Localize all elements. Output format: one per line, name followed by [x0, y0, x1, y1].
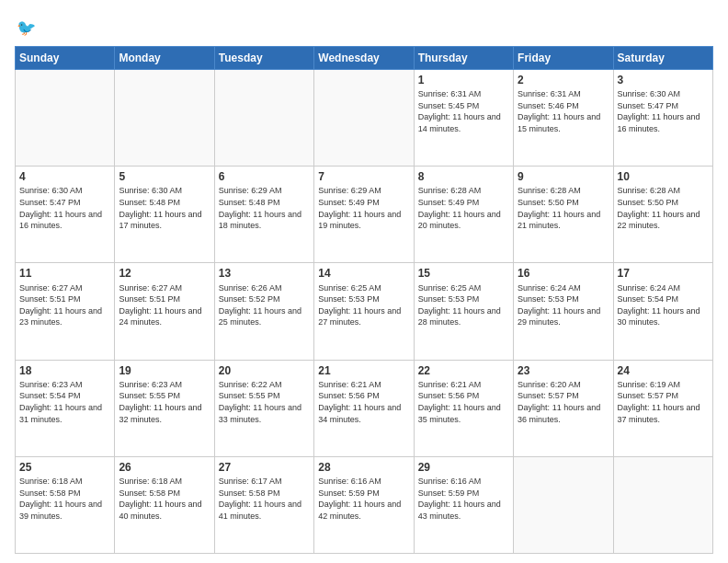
day-number: 20: [219, 363, 310, 378]
calendar-cell: 28Sunrise: 6:16 AM Sunset: 5:59 PM Dayli…: [314, 456, 414, 553]
day-number: 10: [618, 169, 709, 184]
day-info: Sunrise: 6:26 AM Sunset: 5:52 PM Dayligh…: [219, 282, 310, 328]
logo-icon: 🐦: [15, 15, 40, 40]
header-row: SundayMondayTuesdayWednesdayThursdayFrid…: [16, 47, 713, 70]
calendar-cell: 19Sunrise: 6:23 AM Sunset: 5:55 PM Dayli…: [115, 360, 214, 456]
calendar-cell: 16Sunrise: 6:24 AM Sunset: 5:53 PM Dayli…: [514, 263, 613, 360]
calendar-cell: 13Sunrise: 6:26 AM Sunset: 5:52 PM Dayli…: [214, 263, 313, 360]
day-number: 4: [19, 169, 110, 184]
day-number: 24: [618, 363, 709, 378]
day-number: 14: [318, 266, 409, 281]
day-number: 3: [618, 73, 709, 87]
calendar-cell: 1Sunrise: 6:31 AM Sunset: 5:45 PM Daylig…: [414, 70, 513, 167]
week-row-4: 25Sunrise: 6:18 AM Sunset: 5:58 PM Dayli…: [16, 456, 713, 553]
calendar-cell: 26Sunrise: 6:18 AM Sunset: 5:58 PM Dayli…: [115, 456, 214, 553]
day-number: 22: [418, 363, 509, 378]
calendar-cell: [613, 456, 712, 553]
calendar-cell: 23Sunrise: 6:20 AM Sunset: 5:57 PM Dayli…: [514, 360, 613, 456]
calendar-cell: 27Sunrise: 6:17 AM Sunset: 5:58 PM Dayli…: [214, 456, 313, 553]
page: 🐦 SundayMondayTuesdayWednesdayThursdayFr…: [0, 0, 728, 563]
logo: 🐦: [15, 15, 44, 40]
day-info: Sunrise: 6:27 AM Sunset: 5:51 PM Dayligh…: [119, 282, 210, 328]
day-number: 17: [618, 266, 709, 281]
day-info: Sunrise: 6:29 AM Sunset: 5:48 PM Dayligh…: [219, 185, 310, 231]
col-header-wednesday: Wednesday: [314, 47, 414, 70]
day-info: Sunrise: 6:28 AM Sunset: 5:49 PM Dayligh…: [418, 185, 509, 231]
calendar-cell: [314, 70, 414, 167]
calendar-cell: 12Sunrise: 6:27 AM Sunset: 5:51 PM Dayli…: [115, 263, 214, 360]
day-info: Sunrise: 6:30 AM Sunset: 5:47 PM Dayligh…: [618, 88, 709, 134]
calendar-cell: 14Sunrise: 6:25 AM Sunset: 5:53 PM Dayli…: [314, 263, 414, 360]
day-info: Sunrise: 6:29 AM Sunset: 5:49 PM Dayligh…: [318, 185, 409, 231]
day-info: Sunrise: 6:31 AM Sunset: 5:45 PM Dayligh…: [418, 88, 509, 134]
header: 🐦: [15, 15, 713, 40]
calendar-cell: 10Sunrise: 6:28 AM Sunset: 5:50 PM Dayli…: [613, 167, 712, 263]
day-number: 27: [219, 460, 310, 475]
calendar-cell: 17Sunrise: 6:24 AM Sunset: 5:54 PM Dayli…: [613, 263, 712, 360]
day-number: 9: [518, 169, 609, 184]
day-number: 18: [19, 363, 110, 378]
calendar-cell: [115, 70, 214, 167]
calendar-table: SundayMondayTuesdayWednesdayThursdayFrid…: [15, 46, 713, 554]
calendar-cell: [514, 456, 613, 553]
day-info: Sunrise: 6:25 AM Sunset: 5:53 PM Dayligh…: [418, 282, 509, 328]
calendar-cell: 11Sunrise: 6:27 AM Sunset: 5:51 PM Dayli…: [16, 263, 115, 360]
week-row-2: 11Sunrise: 6:27 AM Sunset: 5:51 PM Dayli…: [16, 263, 713, 360]
calendar-cell: [16, 70, 115, 167]
day-number: 16: [518, 266, 609, 281]
calendar-cell: 18Sunrise: 6:23 AM Sunset: 5:54 PM Dayli…: [16, 360, 115, 456]
day-info: Sunrise: 6:20 AM Sunset: 5:57 PM Dayligh…: [518, 379, 609, 425]
calendar-cell: [214, 70, 313, 167]
day-info: Sunrise: 6:18 AM Sunset: 5:58 PM Dayligh…: [19, 476, 110, 522]
day-number: 25: [19, 460, 110, 475]
calendar-cell: 3Sunrise: 6:30 AM Sunset: 5:47 PM Daylig…: [613, 70, 712, 167]
day-info: Sunrise: 6:21 AM Sunset: 5:56 PM Dayligh…: [318, 379, 409, 425]
col-header-thursday: Thursday: [414, 47, 513, 70]
col-header-monday: Monday: [115, 47, 214, 70]
calendar-cell: 5Sunrise: 6:30 AM Sunset: 5:48 PM Daylig…: [115, 167, 214, 263]
day-info: Sunrise: 6:22 AM Sunset: 5:55 PM Dayligh…: [219, 379, 310, 425]
day-info: Sunrise: 6:25 AM Sunset: 5:53 PM Dayligh…: [318, 282, 409, 328]
calendar-cell: 24Sunrise: 6:19 AM Sunset: 5:57 PM Dayli…: [613, 360, 712, 456]
day-info: Sunrise: 6:23 AM Sunset: 5:54 PM Dayligh…: [19, 379, 110, 425]
col-header-saturday: Saturday: [613, 47, 712, 70]
day-number: 15: [418, 266, 509, 281]
calendar-cell: 21Sunrise: 6:21 AM Sunset: 5:56 PM Dayli…: [314, 360, 414, 456]
calendar-cell: 22Sunrise: 6:21 AM Sunset: 5:56 PM Dayli…: [414, 360, 513, 456]
day-number: 8: [418, 169, 509, 184]
calendar-cell: 8Sunrise: 6:28 AM Sunset: 5:49 PM Daylig…: [414, 167, 513, 263]
week-row-1: 4Sunrise: 6:30 AM Sunset: 5:47 PM Daylig…: [16, 167, 713, 263]
day-info: Sunrise: 6:28 AM Sunset: 5:50 PM Dayligh…: [518, 185, 609, 231]
day-number: 21: [318, 363, 409, 378]
col-header-friday: Friday: [514, 47, 613, 70]
day-info: Sunrise: 6:30 AM Sunset: 5:48 PM Dayligh…: [119, 185, 210, 231]
col-header-tuesday: Tuesday: [214, 47, 313, 70]
calendar-cell: 2Sunrise: 6:31 AM Sunset: 5:46 PM Daylig…: [514, 70, 613, 167]
col-header-sunday: Sunday: [16, 47, 115, 70]
day-info: Sunrise: 6:21 AM Sunset: 5:56 PM Dayligh…: [418, 379, 509, 425]
day-info: Sunrise: 6:28 AM Sunset: 5:50 PM Dayligh…: [618, 185, 709, 231]
day-info: Sunrise: 6:30 AM Sunset: 5:47 PM Dayligh…: [19, 185, 110, 231]
calendar-cell: 29Sunrise: 6:16 AM Sunset: 5:59 PM Dayli…: [414, 456, 513, 553]
day-number: 23: [518, 363, 609, 378]
week-row-0: 1Sunrise: 6:31 AM Sunset: 5:45 PM Daylig…: [16, 70, 713, 167]
calendar-cell: 4Sunrise: 6:30 AM Sunset: 5:47 PM Daylig…: [16, 167, 115, 263]
day-info: Sunrise: 6:16 AM Sunset: 5:59 PM Dayligh…: [418, 476, 509, 522]
day-number: 28: [318, 460, 409, 475]
day-number: 19: [119, 363, 210, 378]
day-info: Sunrise: 6:24 AM Sunset: 5:54 PM Dayligh…: [618, 282, 709, 328]
day-info: Sunrise: 6:23 AM Sunset: 5:55 PM Dayligh…: [119, 379, 210, 425]
day-number: 12: [119, 266, 210, 281]
day-number: 26: [119, 460, 210, 475]
calendar-cell: 9Sunrise: 6:28 AM Sunset: 5:50 PM Daylig…: [514, 167, 613, 263]
day-info: Sunrise: 6:18 AM Sunset: 5:58 PM Dayligh…: [119, 476, 210, 522]
day-info: Sunrise: 6:24 AM Sunset: 5:53 PM Dayligh…: [518, 282, 609, 328]
day-info: Sunrise: 6:31 AM Sunset: 5:46 PM Dayligh…: [518, 88, 609, 134]
calendar-cell: 20Sunrise: 6:22 AM Sunset: 5:55 PM Dayli…: [214, 360, 313, 456]
day-number: 13: [219, 266, 310, 281]
svg-text:🐦: 🐦: [17, 18, 37, 38]
day-number: 5: [119, 169, 210, 184]
day-number: 6: [219, 169, 310, 184]
calendar-cell: 7Sunrise: 6:29 AM Sunset: 5:49 PM Daylig…: [314, 167, 414, 263]
calendar-cell: 15Sunrise: 6:25 AM Sunset: 5:53 PM Dayli…: [414, 263, 513, 360]
